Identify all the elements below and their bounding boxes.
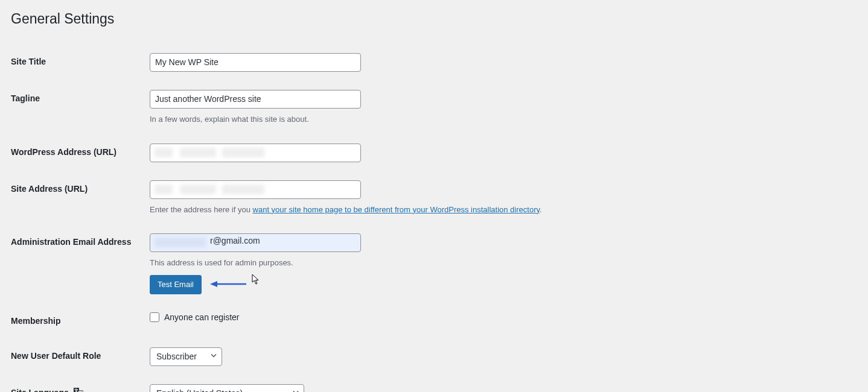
membership-checkbox-label: Anyone can register	[164, 312, 240, 322]
site-address-label: Site Address (URL)	[11, 171, 144, 225]
redacted-block	[222, 185, 264, 194]
cursor-icon	[252, 274, 260, 286]
tagline-label: Tagline	[11, 81, 144, 134]
membership-checkbox-row[interactable]: Anyone can register	[150, 312, 851, 322]
site-title-label: Site Title	[11, 44, 144, 81]
redacted-block	[180, 148, 216, 157]
redacted-block	[155, 185, 173, 194]
site-language-value: English (United States)	[156, 387, 243, 392]
site-title-input[interactable]	[150, 53, 361, 72]
membership-label: Membership	[11, 303, 144, 338]
redacted-block	[180, 185, 216, 194]
redacted-block	[155, 148, 173, 157]
default-role-value: Subscriber	[156, 350, 197, 363]
site-address-description-suffix: .	[540, 205, 542, 214]
site-address-description-prefix: Enter the address here if you	[150, 205, 253, 214]
admin-email-description: This address is used for admin purposes.	[150, 257, 851, 269]
site-language-select[interactable]: English (United States)	[150, 384, 304, 392]
site-language-label: Site Language 文A	[11, 375, 144, 392]
membership-checkbox[interactable]	[150, 312, 159, 322]
translate-icon: 文A	[74, 388, 83, 392]
tagline-description: In a few words, explain what this site i…	[150, 113, 851, 125]
page-title: General Settings	[11, 11, 857, 27]
test-email-button[interactable]: Test Email	[150, 275, 202, 294]
svg-marker-1	[210, 281, 217, 287]
redacted-block	[155, 238, 206, 247]
site-address-description: Enter the address here if you want your …	[150, 204, 851, 216]
redacted-block	[222, 148, 264, 157]
admin-email-label: Administration Email Address	[11, 224, 144, 303]
wp-address-label: WordPress Address (URL)	[11, 134, 144, 171]
settings-form: Site Title Tagline In a few words, expla…	[11, 44, 857, 392]
default-role-select[interactable]: Subscriber	[150, 347, 222, 366]
arrow-left-icon	[210, 280, 246, 290]
site-address-description-link[interactable]: want your site home page to be different…	[253, 205, 540, 214]
tagline-input[interactable]	[150, 90, 361, 109]
default-role-label: New User Default Role	[11, 338, 144, 375]
